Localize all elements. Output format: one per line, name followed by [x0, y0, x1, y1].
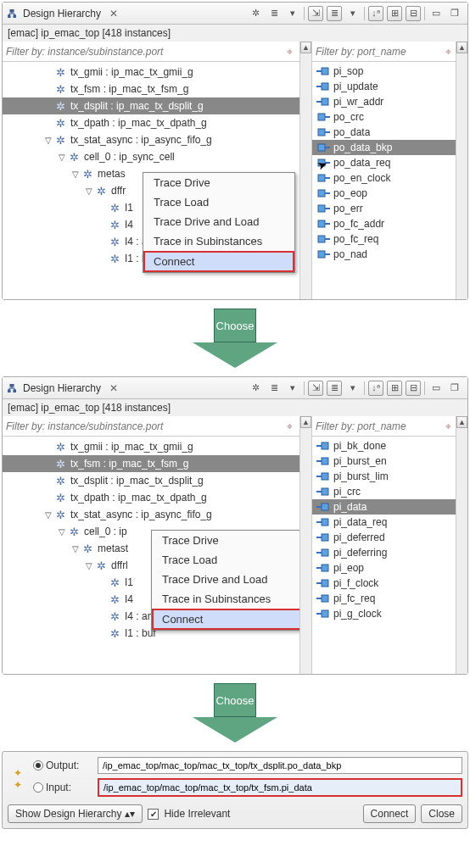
bug-icon[interactable]: ✲ [248, 381, 263, 396]
hide-irrelevant-checkbox[interactable]: ✔ [148, 809, 159, 820]
menu-trace-subinstances[interactable]: Trace in Subinstances [143, 231, 294, 251]
port-item[interactable]: po_data_req [312, 155, 456, 170]
port-item[interactable]: po_en_clock [312, 170, 456, 186]
port-item[interactable]: po_nad [312, 247, 456, 262]
tab-close-icon[interactable]: ✕ [109, 382, 118, 394]
scrollbar-left[interactable]: ▲ [299, 416, 311, 674]
clear-filter-icon[interactable]: ⌖ [283, 45, 296, 58]
collapse-icon[interactable]: ⊟ [406, 381, 421, 396]
menu-connect[interactable]: Connect [152, 609, 299, 630]
filter-port-input[interactable] [316, 46, 444, 58]
maximize-icon[interactable]: ❐ [447, 6, 462, 21]
minimize-icon[interactable]: ▭ [428, 6, 444, 21]
expander-icon[interactable]: ▽ [70, 170, 81, 179]
port-item[interactable]: pi_deferred [312, 530, 456, 545]
port-item[interactable]: po_data [312, 125, 456, 140]
port-item[interactable]: po_err [312, 201, 456, 216]
output-path-input[interactable] [98, 757, 462, 774]
tree-item[interactable]: tx_gmii : ip_mac_tx_gmii_g [3, 438, 299, 455]
tree-item[interactable]: ▽cell_0 : ip_sync_cell [3, 148, 299, 165]
port-item[interactable]: pi_crc [312, 484, 456, 499]
show-hierarchy-dropdown[interactable]: Show Design Hierarchy ▴▾ [8, 804, 143, 823]
bug-icon[interactable]: ✲ [248, 6, 263, 21]
port-item[interactable]: pi_fc_req [312, 591, 456, 606]
port-item[interactable]: pi_bk_done [312, 438, 456, 453]
list-icon[interactable]: ≣ [266, 6, 282, 21]
tree-item[interactable]: ▽tx_stat_async : ip_async_fifo_g [3, 131, 299, 148]
tree-view-icon[interactable]: ⇲ [308, 381, 323, 396]
tree-item[interactable]: tx_dsplit : ip_mac_tx_dsplit_g [3, 97, 299, 114]
scroll-up-icon[interactable]: ▲ [456, 42, 467, 53]
list-icon[interactable]: ≣ [266, 381, 282, 396]
port-item[interactable]: pi_data_req [312, 515, 456, 530]
expander-icon[interactable]: ▽ [57, 153, 67, 162]
dropdown-icon[interactable]: ▾ [285, 381, 300, 396]
expander-icon[interactable]: ▽ [70, 544, 81, 554]
scrollbar-right[interactable]: ▲ [456, 416, 467, 674]
expander-icon[interactable]: ▽ [43, 510, 53, 520]
port-item[interactable]: pi_data [312, 499, 456, 515]
swap-icon[interactable]: ✦✦ [8, 757, 28, 801]
menu-trace-load[interactable]: Trace Load [152, 550, 299, 570]
expander-icon[interactable]: ▽ [84, 186, 94, 196]
filter-instance-input[interactable] [6, 46, 283, 58]
input-path-input[interactable] [98, 778, 462, 797]
close-button[interactable]: Close [421, 804, 462, 823]
maximize-icon[interactable]: ❐ [447, 381, 462, 396]
tree-view-icon[interactable]: ⇲ [308, 6, 323, 21]
scroll-up-icon[interactable]: ▲ [300, 416, 311, 428]
expand-icon[interactable]: ⊞ [387, 6, 402, 21]
minimize-icon[interactable]: ▭ [428, 381, 444, 396]
expander-icon[interactable]: ▽ [84, 561, 94, 570]
port-item[interactable]: po_data_bkp [312, 140, 456, 155]
port-item[interactable]: po_fc_req [312, 231, 456, 247]
menu-trace-load[interactable]: Trace Load [143, 192, 294, 212]
port-list[interactable]: pi_bk_donepi_burst_enpi_burst_limpi_crcp… [312, 437, 456, 623]
port-item[interactable]: pi_f_clock [312, 576, 456, 591]
port-item[interactable]: pi_update [312, 79, 456, 94]
scrollbar-right[interactable]: ▲ [456, 42, 467, 299]
instance-tree[interactable]: tx_gmii : ip_mac_tx_gmii_gtx_fsm : ip_ma… [3, 437, 299, 674]
port-item[interactable]: po_fc_addr [312, 216, 456, 231]
list-view-icon[interactable]: ≣ [327, 6, 342, 21]
port-item[interactable]: pi_sop [312, 64, 456, 79]
tree-item[interactable]: tx_fsm : ip_mac_tx_fsm_g [3, 455, 299, 472]
filter-port-input[interactable] [316, 420, 444, 432]
port-item[interactable]: pi_wr_addr [312, 94, 456, 109]
clear-filter-icon-2[interactable]: ⌖ [444, 45, 452, 58]
port-item[interactable]: pi_burst_lim [312, 469, 456, 484]
input-radio[interactable] [33, 782, 43, 793]
tab-close-icon[interactable]: ✕ [109, 8, 118, 19]
tree-item[interactable]: ▽tx_stat_async : ip_async_fifo_g [3, 506, 299, 523]
port-list[interactable]: pi_soppi_updatepi_wr_addrpo_crcpo_datapo… [312, 62, 456, 264]
clear-filter-icon[interactable]: ⌖ [283, 420, 296, 433]
list-view-icon[interactable]: ≣ [327, 381, 342, 396]
menu-trace-drive[interactable]: Trace Drive [143, 173, 294, 192]
tree-item[interactable]: tx_dsplit : ip_mac_tx_dsplit_g [3, 472, 299, 489]
tree-item[interactable]: tx_dpath : ip_mac_tx_dpath_g [3, 489, 299, 506]
scroll-up-icon[interactable]: ▲ [456, 416, 467, 428]
sort-icon[interactable]: ↓ᵃ [368, 6, 383, 21]
instance-tree[interactable]: tx_gmii : ip_mac_tx_gmii_gtx_fsm : ip_ma… [3, 62, 299, 299]
dropdown-icon-2[interactable]: ▾ [345, 6, 361, 21]
dropdown-icon[interactable]: ▾ [285, 6, 300, 21]
port-item[interactable]: po_eop [312, 186, 456, 201]
tree-item[interactable]: tx_fsm : ip_mac_tx_fsm_g [3, 81, 299, 97]
menu-trace-drive-load[interactable]: Trace Drive and Load [143, 212, 294, 231]
expand-icon[interactable]: ⊞ [387, 381, 402, 396]
tree-item[interactable]: tx_gmii : ip_mac_tx_gmii_g [3, 64, 299, 81]
menu-trace-drive-load[interactable]: Trace Drive and Load [152, 570, 299, 589]
scrollbar-left[interactable]: ▲ [299, 42, 311, 299]
port-item[interactable]: pi_eop [312, 560, 456, 576]
menu-trace-subinstances[interactable]: Trace in Subinstances [152, 589, 299, 609]
connect-button[interactable]: Connect [363, 804, 417, 823]
port-item[interactable]: pi_burst_en [312, 453, 456, 469]
port-item[interactable]: pi_g_clock [312, 606, 456, 621]
port-item[interactable]: po_crc [312, 109, 456, 125]
tree-item[interactable]: tx_dpath : ip_mac_tx_dpath_g [3, 114, 299, 131]
clear-filter-icon-2[interactable]: ⌖ [444, 420, 452, 433]
menu-trace-drive[interactable]: Trace Drive [152, 531, 299, 550]
expander-icon[interactable]: ▽ [57, 527, 67, 537]
menu-connect[interactable]: Connect [143, 251, 294, 272]
port-item[interactable]: pi_deferring [312, 545, 456, 560]
